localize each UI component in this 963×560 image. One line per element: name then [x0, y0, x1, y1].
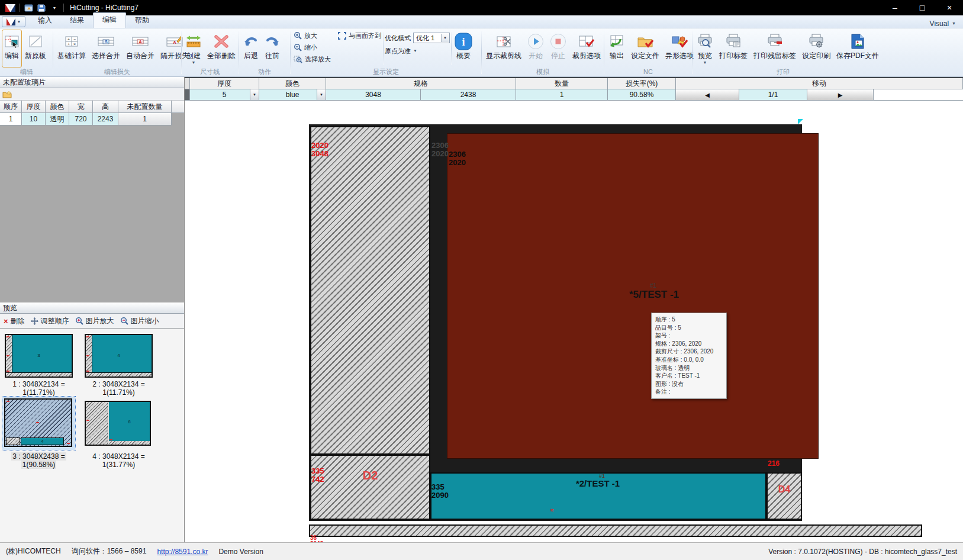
- optimize-mode-select[interactable]: 优化 1 ▼: [413, 33, 450, 43]
- move-next-button[interactable]: ▶: [807, 89, 874, 101]
- preview-thumbnail-1[interactable]: 3: [5, 334, 73, 378]
- tab-help[interactable]: 帮助: [126, 14, 158, 28]
- zoom-select-button[interactable]: 选择放大: [292, 53, 333, 65]
- svg-text:+: +: [67, 42, 70, 46]
- quick-save-icon[interactable]: [35, 2, 48, 14]
- tab-result[interactable]: 结果: [61, 14, 93, 28]
- col-height: 高: [93, 101, 118, 113]
- tooltip-glass-name: 玻璃名 : 透明: [655, 364, 723, 372]
- fit-to-screen-label: 与画面齐到: [349, 31, 381, 40]
- basic-calc-button[interactable]: +−+× 基础计算: [54, 30, 89, 67]
- start-button[interactable]: 开始: [524, 30, 547, 67]
- preview-thumbnail-4[interactable]: 6: [85, 401, 151, 446]
- origin-caret-icon: ▼: [413, 49, 417, 53]
- preview-delete-label: 删除: [11, 316, 25, 326]
- preview-toolbar: × 删除 调整顺序 图片放大 图片缩小: [0, 314, 184, 329]
- spec-height-cell: 2438: [421, 89, 516, 101]
- tooltip-cut-size: 裁剪尺寸 : 2306, 2020: [655, 347, 723, 356]
- tab-edit[interactable]: 编辑: [93, 12, 126, 28]
- unassigned-table-row[interactable]: 1 10 透明 720 2243 1: [0, 113, 184, 125]
- zoom-select-icon: [294, 55, 302, 63]
- select-merge-button[interactable]: S 选择合并: [89, 30, 123, 67]
- thumb4-left-waste: [86, 402, 108, 445]
- quick-import-icon[interactable]: [22, 2, 35, 14]
- cut-complexity-marker: ≈: [550, 507, 554, 513]
- redo-button[interactable]: 往前: [262, 30, 283, 67]
- color-combo[interactable]: blue ▼: [259, 89, 326, 101]
- auto-merge-button[interactable]: A 自动合并: [123, 30, 157, 67]
- app-menu-button[interactable]: ▼: [2, 16, 25, 27]
- preview-reorder-button[interactable]: 调整顺序: [31, 316, 69, 326]
- ribbon-group-action: 后退 往前 动作: [239, 29, 290, 76]
- edit-icon: [5, 32, 19, 51]
- save-pdf-button[interactable]: 保存PDF文件: [833, 30, 882, 67]
- visual-style-menu[interactable]: Visual ▼: [930, 20, 956, 28]
- fit-to-screen-button[interactable]: 与画面齐到: [336, 30, 383, 41]
- print-label-button[interactable]: 打印标签: [716, 30, 751, 67]
- set-file-folder-icon: [637, 32, 653, 51]
- thumb4-caption-line2: 1(31.77%): [80, 461, 157, 469]
- new-sheet-button[interactable]: 新原板: [22, 30, 49, 67]
- minimize-button[interactable]: –: [881, 0, 909, 15]
- piece2-name-label: *2/TEST -1: [533, 478, 663, 488]
- status-link[interactable]: http://8591.co.kr: [157, 548, 208, 556]
- cut-options-button[interactable]: 裁剪选项: [569, 30, 604, 67]
- preview-zoom-in-button[interactable]: 图片放大: [75, 316, 114, 326]
- preview-panel-title: 预览: [0, 302, 184, 314]
- cursor-marker-icon: [798, 119, 803, 124]
- start-play-icon: [527, 32, 544, 51]
- thumb4-piece: 6: [109, 402, 150, 441]
- preview-delete-button[interactable]: × 删除: [4, 316, 25, 326]
- maximize-button[interactable]: □: [909, 0, 936, 15]
- red-mark: [86, 371, 89, 372]
- print-preview-button[interactable]: 预览 ▼: [694, 30, 716, 67]
- tab-input[interactable]: 输入: [29, 14, 61, 28]
- edit-button-label: 编辑: [5, 51, 19, 61]
- origin-dropdown[interactable]: 原点为准 ▼: [384, 44, 451, 57]
- status-phone: 询问软件：1566 – 8591: [72, 546, 147, 556]
- preview-thumbnail-3[interactable]: 4: [2, 397, 75, 450]
- preview-thumbnail-2[interactable]: 4: [85, 334, 153, 378]
- edit-button[interactable]: 编辑: [2, 30, 22, 67]
- separate-loss-icon: A: [166, 32, 183, 51]
- cell-order: 1: [0, 113, 22, 125]
- thumb2-bottom-waste: [86, 372, 152, 376]
- cutting-layout-canvas: 20203048 23062020 23062020 #1 *5/TEST -1…: [185, 101, 963, 542]
- delete-all-dims-button[interactable]: 全部删除: [204, 30, 239, 67]
- overview-button[interactable]: i 概要: [452, 30, 475, 67]
- dim-label-top-left: 20203048: [311, 125, 328, 175]
- param-gutter-selected: [185, 89, 190, 101]
- delete-x-icon: ×: [4, 317, 8, 326]
- basic-calc-label: 基础计算: [57, 51, 86, 61]
- red-mark: [7, 401, 9, 402]
- set-file-button[interactable]: 设定文件: [628, 30, 662, 67]
- piece1-name-label: *5/TEST -1: [565, 289, 743, 301]
- print-label-icon: [725, 32, 742, 51]
- thumb4-caption-line1: 4 : 3048X2134 =: [80, 452, 157, 461]
- print-setup-button[interactable]: 设定印刷: [799, 30, 833, 67]
- zoom-in-label: 放大: [304, 31, 317, 40]
- zoom-in-button[interactable]: 放大: [292, 30, 333, 41]
- new-folder-icon[interactable]: [2, 91, 12, 98]
- preview-zoom-out-button[interactable]: 图片缩小: [120, 316, 159, 326]
- stop-button[interactable]: 停止: [547, 30, 569, 67]
- cell-filler: [172, 113, 184, 125]
- thumb3-caption-line2: 1(90.58%): [21, 461, 56, 469]
- thickness-caret-icon[interactable]: ▼: [250, 89, 259, 100]
- print-remnant-label-button[interactable]: 打印残留标签: [751, 30, 799, 67]
- thickness-combo[interactable]: 5 ▼: [190, 89, 259, 101]
- undo-button[interactable]: 后退: [240, 30, 262, 67]
- quick-access-caret-icon[interactable]: ▼: [48, 2, 61, 14]
- show-cutlines-button[interactable]: 显示裁剪线: [483, 30, 524, 67]
- nc-output-button[interactable]: 输出: [606, 30, 628, 67]
- color-caret-icon[interactable]: ▼: [317, 89, 326, 100]
- thumb1-caption-line1: 1 : 3048X2134 =: [0, 380, 78, 388]
- close-button[interactable]: ×: [936, 0, 963, 15]
- zoom-out-button[interactable]: 缩小: [292, 41, 333, 53]
- move-prev-button[interactable]: ◀: [676, 89, 739, 101]
- zoom-out-label: 缩小: [304, 43, 317, 52]
- tooltip-base-coord: 基准坐标 : 0.0, 0.0: [655, 356, 723, 364]
- create-dim-button[interactable]: 创建 ▼: [183, 30, 204, 67]
- stop-label: 停止: [551, 51, 565, 61]
- header-loss: 损失率(%): [608, 78, 676, 89]
